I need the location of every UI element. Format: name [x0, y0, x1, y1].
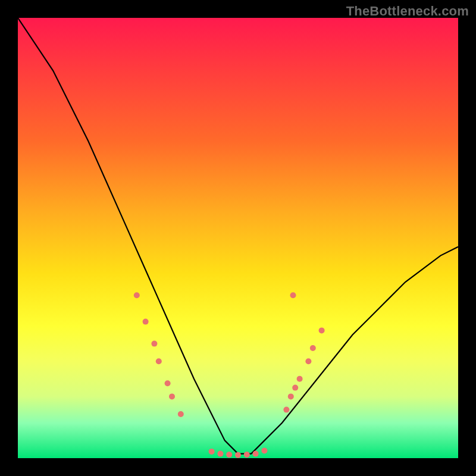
marker-point: [217, 451, 223, 457]
marker-point: [283, 407, 289, 413]
marker-point: [290, 292, 296, 298]
curve-layer: [18, 18, 458, 458]
marker-point: [134, 292, 140, 298]
marker-point: [310, 345, 316, 351]
marker-point: [235, 452, 241, 458]
marker-point: [143, 319, 149, 325]
marker-point: [226, 452, 232, 458]
marker-point: [209, 449, 215, 455]
watermark-label: TheBottleneck.com: [346, 4, 469, 19]
marker-point: [253, 451, 259, 457]
marker-point: [165, 380, 171, 386]
marker-point: [305, 358, 311, 364]
marker-point: [156, 358, 162, 364]
marker-point: [292, 385, 298, 391]
marker-point: [261, 447, 267, 453]
marker-point: [244, 452, 250, 458]
marker-point: [319, 327, 325, 333]
marker-point: [288, 393, 294, 399]
plot-area: [18, 18, 458, 458]
marker-point: [169, 393, 175, 399]
bottleneck-curve: [18, 18, 458, 454]
marker-point: [151, 341, 157, 347]
marker-point: [297, 376, 303, 382]
marker-point: [178, 411, 184, 417]
chart-frame: TheBottleneck.com: [0, 0, 476, 476]
